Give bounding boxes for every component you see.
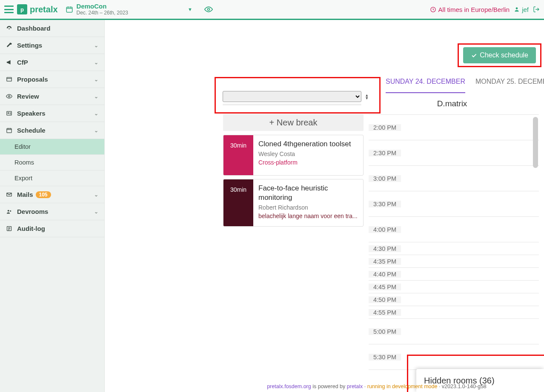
time-label: 3:00 PM <box>369 175 401 182</box>
sidebar-item-mails[interactable]: Mails 105 ⌄ <box>0 186 104 203</box>
time-label: 4:30 PM <box>369 245 401 252</box>
sidebar-item-label: Proposals <box>17 76 48 83</box>
topbar: p pretalx DemoCon Dec. 24th – 26th, 2023… <box>0 0 544 20</box>
sidebar-subitem-label: Export <box>14 175 32 182</box>
calendar-icon <box>66 6 73 13</box>
track-filter-select[interactable] <box>223 91 361 102</box>
users-icon <box>6 208 15 215</box>
sidebar-item-review[interactable]: Review ⌄ <box>0 88 104 105</box>
chevron-down-icon: ⌄ <box>94 43 98 48</box>
user-menu[interactable]: jef <box>514 6 529 13</box>
session-title: Face-to-face heuristic monitoring <box>258 184 358 202</box>
footer-host-link[interactable]: pretalx.fosdem.org <box>267 383 311 389</box>
footer-app-link[interactable]: pretalx <box>347 383 363 389</box>
time-label: 4:00 PM <box>369 226 401 233</box>
footer: pretalx.fosdem.org is powered by pretalx… <box>209 383 544 392</box>
svg-point-4 <box>9 28 10 30</box>
sidebar-item-dashboard[interactable]: Dashboard <box>0 20 104 37</box>
calendar-icon <box>6 127 15 134</box>
footer-sep: · <box>363 383 367 389</box>
sidebar-item-cfp[interactable]: CfP ⌄ <box>0 54 104 71</box>
sidebar: Dashboard Settings ⌄ CfP ⌄ Proposals ⌄ R… <box>0 20 105 392</box>
session-duration: 30min <box>223 179 253 226</box>
user-icon <box>514 6 520 12</box>
highlight-filter-box: ▲▼ <box>215 77 381 114</box>
scrollbar[interactable] <box>533 117 538 168</box>
caret-down-icon[interactable]: ▼ <box>188 7 192 12</box>
preview-icon[interactable] <box>204 5 213 14</box>
sidebar-item-devrooms[interactable]: Devrooms ⌄ <box>0 203 104 220</box>
chevron-down-icon: ⌄ <box>94 192 98 198</box>
username: jef <box>522 6 529 13</box>
sidebar-item-label: Devrooms <box>17 208 48 215</box>
svg-point-1 <box>207 9 209 11</box>
tab-label: SUNDAY 24. DECEMBER <box>386 78 465 85</box>
session-card[interactable]: 30min Face-to-face heuristic monitoring … <box>223 179 364 227</box>
chevron-down-icon: ⌄ <box>94 111 98 116</box>
time-label: 4:40 PM <box>369 271 401 278</box>
svg-point-8 <box>8 113 9 114</box>
sidebar-subitem-rooms[interactable]: Rooms <box>0 155 104 170</box>
check-schedule-label: Check schedule <box>480 51 528 59</box>
time-label: 3:30 PM <box>369 201 401 207</box>
window-icon <box>6 76 15 82</box>
sidebar-item-auditlog[interactable]: Audit-log <box>0 220 104 237</box>
new-break-button[interactable]: + New break <box>223 114 364 131</box>
time-label: 4:50 PM <box>369 296 401 303</box>
sidebar-schedule-submenu: Editor Rooms Export <box>0 139 104 186</box>
sidebar-subitem-label: Rooms <box>14 159 34 166</box>
session-duration: 30min <box>223 135 253 175</box>
sidebar-item-label: Audit-log <box>17 225 45 232</box>
sidebar-item-label: Speakers <box>17 110 46 117</box>
menu-toggle-button[interactable] <box>4 6 14 13</box>
chevron-down-icon: ⌄ <box>94 60 98 65</box>
footer-version: v2023.1.0-140-g58 <box>442 383 487 389</box>
filter-slider[interactable] <box>223 104 361 105</box>
brand-name: pretalx <box>30 5 58 14</box>
wrench-icon <box>6 42 15 48</box>
sidebar-item-proposals[interactable]: Proposals ⌄ <box>0 71 104 88</box>
id-card-icon <box>6 110 15 116</box>
main-content: Check schedule SUNDAY 24. DECEMBER MONDA… <box>105 20 544 392</box>
footer-text: is powered by <box>311 383 347 389</box>
bullhorn-icon <box>6 59 15 65</box>
sidebar-item-schedule[interactable]: Schedule ⌄ <box>0 122 104 139</box>
event-switcher[interactable]: DemoCon Dec. 24th – 26th, 2023 <box>66 3 128 16</box>
session-speaker: Wesley Costa <box>258 151 358 157</box>
sidebar-subitem-editor[interactable]: Editor <box>0 139 104 155</box>
sidebar-item-speakers[interactable]: Speakers ⌄ <box>0 105 104 122</box>
footer-sep: · <box>437 383 441 389</box>
clock-icon <box>430 6 436 13</box>
timezone-label: All times in Europe/Berlin <box>438 6 510 13</box>
sort-icon[interactable]: ▲▼ <box>365 94 369 100</box>
sidebar-item-settings[interactable]: Settings ⌄ <box>0 37 104 54</box>
tab-monday[interactable]: MONDAY 25. DECEMBER <box>475 78 544 93</box>
room-header: D.matrix <box>369 99 535 108</box>
sidebar-item-label: Schedule <box>17 127 46 134</box>
envelope-icon <box>6 191 15 198</box>
svg-rect-5 <box>7 77 11 81</box>
highlight-check-schedule: Check schedule <box>458 43 541 67</box>
logo-icon: p <box>17 4 27 14</box>
svg-point-11 <box>8 210 9 212</box>
session-speaker: Robert Richardson <box>258 204 358 211</box>
session-title: Cloned 4thgeneration toolset <box>258 139 358 149</box>
mails-badge: 105 <box>36 191 51 198</box>
sidebar-item-label: CfP <box>17 59 28 66</box>
sidebar-item-label: Review <box>17 93 39 100</box>
sidebar-item-label: Mails <box>17 191 33 198</box>
session-card[interactable]: 30min Cloned 4thgeneration toolset Wesle… <box>223 135 364 176</box>
chevron-down-icon: ⌄ <box>94 128 98 134</box>
sidebar-item-label: Settings <box>17 42 42 49</box>
svg-rect-0 <box>66 7 72 12</box>
chevron-down-icon: ⌄ <box>94 209 98 215</box>
logout-icon[interactable] <box>533 6 540 13</box>
check-schedule-button[interactable]: Check schedule <box>463 47 536 63</box>
sidebar-subitem-export[interactable]: Export <box>0 170 104 186</box>
day-tabs: SUNDAY 24. DECEMBER MONDAY 25. DECEMBER … <box>386 78 544 93</box>
chevron-down-icon: ⌄ <box>94 77 98 82</box>
tab-sunday[interactable]: SUNDAY 24. DECEMBER <box>386 78 465 93</box>
time-grid[interactable]: 2:00 PM 2:30 PM 3:00 PM 3:30 PM 4:00 PM … <box>369 114 539 375</box>
footer-dev-mode: running in development mode <box>367 383 438 389</box>
sidebar-subitem-label: Editor <box>14 143 31 150</box>
